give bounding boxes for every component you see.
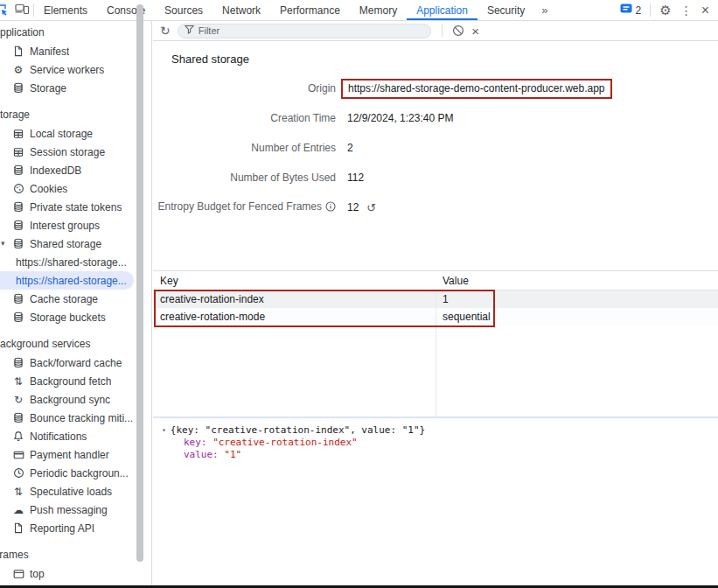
issues-count: 2 — [636, 4, 642, 17]
close-devtools-icon[interactable]: × — [701, 4, 709, 18]
sidebar-item-label: https://shared-storage... — [16, 256, 127, 269]
sidebar-item-background-fetch[interactable]: ⇅Background fetch — [0, 372, 151, 390]
column-divider[interactable] — [436, 290, 436, 416]
sidebar-item-https-shared-storage[interactable]: https://shared-storage... — [0, 253, 151, 271]
sidebar-item-background-sync[interactable]: ↻Background sync — [0, 390, 151, 409]
tab-memory[interactable]: Memory — [350, 0, 407, 20]
property-name: key: — [184, 437, 213, 448]
sidebar-item-manifest[interactable]: Manifest — [0, 42, 151, 60]
sidebar-item-push-messaging[interactable]: ☁Push messaging — [0, 500, 151, 519]
close-panel-icon[interactable]: × — [467, 24, 484, 38]
settings-gear-icon[interactable]: ⚙ — [659, 4, 671, 17]
sidebar-scrollbar[interactable] — [136, 4, 143, 562]
sidebar-item-cookies[interactable]: Cookies — [0, 179, 151, 198]
sidebar-item-payment-handler[interactable]: Payment handler — [0, 445, 151, 464]
overflow-menu-icon[interactable]: ⋮ — [680, 4, 693, 17]
sidebar-item-periodic-backgroun[interactable]: Periodic backgroun... — [0, 464, 151, 482]
preview-summary[interactable]: ▾{key: "creative-rotation-index", value:… — [162, 424, 718, 437]
field-row-number-of-bytes-used: Number of Bytes Used112 — [153, 163, 718, 192]
sidebar-item-label: https://shared-storage... — [16, 275, 127, 287]
sidebar-item-shared-storage[interactable]: ▾Shared storage — [0, 234, 151, 253]
sidebar-item-session-storage[interactable]: Session storage — [0, 143, 151, 161]
shared-storage-datagrid: Key Value creative-rotation-index1creati… — [153, 270, 718, 418]
tab-network[interactable]: Network — [213, 0, 270, 20]
field-label: Number of Bytes Used — [153, 172, 336, 184]
issues-counter[interactable]: 2 — [620, 4, 642, 18]
sidebar-item-local-storage[interactable]: Local storage — [0, 124, 151, 143]
reset-budget-icon[interactable]: ↺ — [366, 201, 376, 214]
sidebar-item-indexeddb[interactable]: IndexedDB — [0, 161, 151, 179]
preview-property: value: "1" — [184, 449, 718, 461]
sidebar-item-back-forward-cache[interactable]: Back/forward cache — [0, 354, 151, 372]
database-icon — [11, 164, 25, 178]
sidebar-item-private-state-tokens[interactable]: Private state tokens — [0, 198, 151, 216]
sidebar-item-label: Storage buckets — [30, 312, 106, 324]
database-icon — [11, 411, 25, 425]
property-value: "creative-rotation-index" — [213, 437, 358, 448]
filter-box[interactable] — [178, 24, 431, 38]
field-row-entropy-budget-for-fenced-frames: Entropy Budget for Fenced Frames12↺ — [153, 192, 718, 222]
tab-security[interactable]: Security — [478, 0, 534, 20]
tab-application[interactable]: Application — [407, 0, 478, 20]
sidebar-item-service-workers[interactable]: ⚙Service workers — [0, 60, 151, 79]
field-value: 2 — [347, 142, 353, 154]
sidebar-item-cache-storage[interactable]: Cache storage — [0, 290, 151, 308]
sidebar-item-label: Storage — [30, 82, 66, 94]
cell-value[interactable]: sequential — [436, 311, 491, 323]
sidebar-item-speculative-loads[interactable]: ⇅Speculative loads — [0, 482, 151, 500]
database-icon — [11, 311, 25, 325]
field-value: 12 — [347, 201, 359, 214]
filter-input[interactable] — [199, 25, 424, 36]
tab-performance[interactable]: Performance — [270, 0, 350, 20]
field-row-number-of-entries: Number of Entries2 — [153, 133, 718, 163]
tab-elements[interactable]: Elements — [34, 0, 97, 20]
database-icon — [11, 200, 25, 214]
sidebar-item-reporting-api[interactable]: Reporting API — [0, 519, 151, 537]
table-icon — [11, 127, 25, 141]
tab-console[interactable]: Console — [97, 0, 155, 20]
sidebar-item-bounce-tracking-miti[interactable]: Bounce tracking miti... — [0, 409, 151, 427]
cell-key[interactable]: creative-rotation-mode — [153, 311, 436, 323]
expander-triangle-icon[interactable]: ▾ — [1, 234, 5, 253]
sidebar-item-interest-groups[interactable]: Interest groups — [0, 216, 151, 234]
inspect-element-icon[interactable] — [0, 4, 10, 18]
sidebar-item-label: Local storage — [30, 128, 93, 140]
cloud-icon: ☁ — [11, 503, 25, 517]
database-icon — [11, 81, 25, 95]
frame-icon — [11, 567, 25, 581]
refresh-icon[interactable]: ↻ — [160, 24, 171, 37]
sidebar-item-label: Reporting API — [30, 522, 94, 535]
column-header-key[interactable]: Key — [153, 275, 436, 287]
sidebar-item-storage-buckets[interactable]: Storage buckets — [0, 308, 151, 326]
metadata-fields: Originhttps://shared-storage-demo-conten… — [153, 74, 718, 222]
tab-sources[interactable]: Sources — [155, 0, 213, 20]
info-icon[interactable] — [325, 201, 336, 214]
sidebar-item-top[interactable]: top — [0, 564, 151, 583]
sidebar-item-storage[interactable]: Storage — [0, 79, 151, 97]
sidebar-item-label: Bounce tracking miti... — [30, 412, 133, 424]
clear-storage-icon[interactable] — [450, 24, 467, 37]
cell-key[interactable]: creative-rotation-index — [153, 293, 436, 305]
page-title: Shared storage — [171, 52, 718, 66]
panel-content: Shared storage Originhttps://shared-stor… — [153, 42, 718, 588]
sidebar-item-label: IndexedDB — [30, 164, 81, 177]
sidebar-item-label: top — [30, 568, 45, 580]
sidebar-item-notifications[interactable]: Notifications — [0, 427, 151, 445]
device-toolbar-icon[interactable] — [15, 3, 30, 18]
more-tabs-button[interactable]: » — [534, 0, 554, 20]
database-icon — [11, 292, 25, 306]
expander-triangle-icon[interactable]: ▾ — [162, 426, 166, 434]
property-value: "1" — [224, 449, 241, 460]
field-value: 12/9/2024, 1:23:40 PM — [347, 112, 453, 124]
datagrid-header[interactable]: Key Value — [153, 271, 718, 290]
column-header-value[interactable]: Value — [436, 275, 469, 287]
divider — [442, 24, 443, 37]
sidebar-item-https-shared-storage[interactable]: https://shared-storage... — [0, 271, 134, 290]
cell-value[interactable]: 1 — [436, 293, 449, 305]
database-icon — [11, 219, 25, 233]
arrows-icon: ⇅ — [11, 374, 25, 388]
panel-tabs: ElementsConsoleSourcesNetworkPerformance… — [34, 0, 534, 20]
preview-property: key: "creative-rotation-index" — [184, 437, 718, 449]
devtools-tabbar: ElementsConsoleSourcesNetworkPerformance… — [0, 0, 718, 21]
sync-icon: ↻ — [11, 393, 25, 407]
